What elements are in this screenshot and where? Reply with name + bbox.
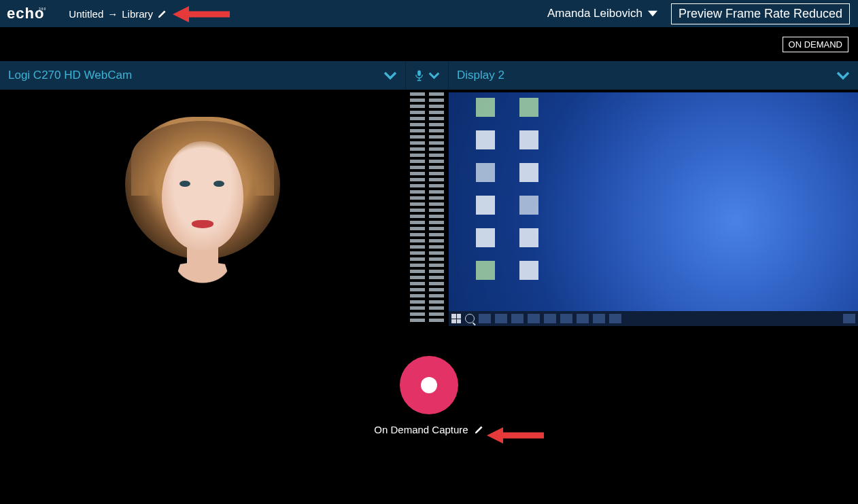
search-icon	[465, 314, 475, 323]
user-menu[interactable]: Amanda Leibovich	[547, 7, 657, 20]
display-source-label: Display 2	[457, 69, 504, 82]
start-icon	[451, 314, 461, 323]
taskbar	[449, 311, 858, 326]
display-preview-image	[449, 92, 858, 326]
camera-preview-image	[101, 94, 305, 322]
display-preview	[449, 90, 858, 326]
source-header-row: Logi C270 HD WebCam Display 2	[0, 61, 858, 90]
pencil-icon[interactable]	[474, 425, 484, 435]
record-area: On Demand Capture	[0, 356, 858, 435]
topbar: echo 360 Untitled → Library Amanda Leibo…	[0, 0, 858, 27]
audio-meter-left	[410, 92, 425, 323]
title-area[interactable]: Untitled → Library	[69, 8, 167, 20]
chevron-down-icon	[428, 69, 440, 82]
status-row: ON DEMAND	[0, 27, 858, 61]
logo-sub: 360	[39, 7, 46, 11]
capture-caption: On Demand Capture	[374, 424, 468, 435]
microphone-icon	[414, 69, 424, 82]
framerate-badge: Preview Frame Rate Reduced	[671, 3, 850, 24]
display-source-selector[interactable]: Display 2	[449, 61, 858, 90]
record-button[interactable]	[400, 356, 458, 414]
chevron-down-icon	[836, 69, 850, 82]
camera-source-label: Logi C270 HD WebCam	[8, 69, 132, 82]
pencil-icon[interactable]	[157, 9, 167, 19]
logo: echo 360	[7, 5, 44, 22]
preview-row	[0, 90, 858, 326]
caret-down-icon	[648, 9, 657, 18]
camera-preview	[0, 90, 405, 326]
audio-level-meter	[405, 90, 449, 326]
audio-meter-right	[429, 92, 444, 323]
title-untitled: Untitled	[69, 8, 103, 20]
user-name: Amanda Leibovich	[547, 7, 642, 20]
on-demand-badge: ON DEMAND	[783, 37, 848, 52]
capture-caption-row[interactable]: On Demand Capture	[374, 424, 483, 435]
svg-rect-0	[417, 70, 421, 75]
record-icon	[421, 377, 437, 393]
chevron-down-icon	[383, 69, 397, 82]
camera-source-selector[interactable]: Logi C270 HD WebCam	[0, 61, 405, 90]
arrow-right-icon: →	[107, 8, 118, 20]
mic-source-selector[interactable]	[405, 61, 449, 90]
title-destination: Library	[122, 8, 153, 20]
